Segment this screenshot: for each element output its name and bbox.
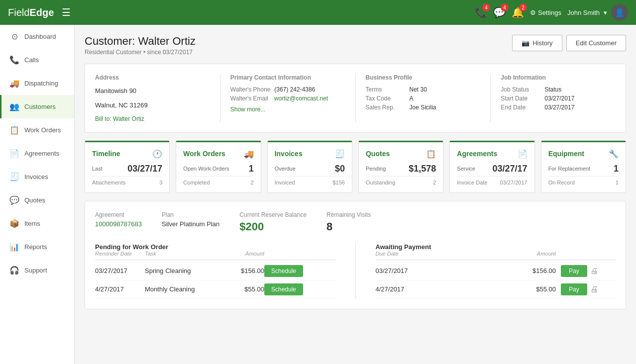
- invoices-card-header: Invoices 🧾: [275, 149, 345, 159]
- main-layout: ⊙ Dashboard 📞 Calls 🚚 Dispatching 👥 Cust…: [0, 25, 636, 364]
- service-label: Service: [457, 166, 475, 172]
- sidebar-item-invoices[interactable]: 🧾 Invoices: [0, 165, 74, 188]
- print-icon-2[interactable]: 🖨: [590, 285, 598, 294]
- sidebar-item-calls[interactable]: 📞 Calls: [0, 48, 74, 72]
- show-more-link[interactable]: Show more...: [230, 106, 345, 113]
- terms-value: Net 30: [410, 86, 427, 93]
- agreement-detail: Agreement 1000098787683 Plan Silver Plat…: [85, 201, 626, 309]
- nav-icons: 📞 4 💬 4 🔔 2 ⚙ Settings John Smith ▾ 👤: [475, 4, 628, 21]
- sidebar-item-dispatching[interactable]: 🚚 Dispatching: [0, 72, 74, 95]
- summary-cards: Timeline 🕐 Last 03/27/17 Attachements 3 …: [85, 141, 626, 193]
- quotes-icon: 📋: [426, 149, 436, 159]
- sidebar-item-label: Calls: [24, 56, 39, 64]
- gear-icon: ⚙: [530, 9, 536, 16]
- sidebar-item-agreements[interactable]: 📄 Agreements: [0, 142, 74, 165]
- agreement-number-value[interactable]: 1000098787683: [95, 220, 142, 228]
- visits-field: Remaining Visits 8: [326, 211, 371, 233]
- timeline-card[interactable]: Timeline 🕐 Last 03/27/17 Attachements 3: [85, 141, 170, 193]
- replacement-value: 1: [614, 164, 619, 174]
- completed-value: 2: [251, 180, 254, 185]
- sidebar: ⊙ Dashboard 📞 Calls 🚚 Dispatching 👥 Cust…: [0, 25, 75, 364]
- start-date-label: Start Date: [501, 95, 540, 102]
- sidebar-item-work-orders[interactable]: 📋 Work Orders: [0, 118, 74, 142]
- schedule-button-2[interactable]: Schedule: [264, 283, 303, 295]
- row1-amount: $156.00: [224, 267, 264, 274]
- settings-button[interactable]: ⚙ Settings: [530, 9, 561, 16]
- print-icon-1[interactable]: 🖨: [590, 267, 598, 275]
- job-status-label: Job Status: [501, 86, 540, 93]
- amount-header: Amount: [224, 251, 264, 257]
- page-title-group: Customer: Walter Ortiz Residential Custo…: [85, 35, 196, 56]
- completed-label: Completed: [183, 180, 210, 185]
- sidebar-item-dashboard[interactable]: ⊙ Dashboard: [0, 25, 74, 48]
- work-orders-card-header: Work Orders 🚚: [183, 149, 253, 159]
- work-orders-card[interactable]: Work Orders 🚚 Open Work Orders 1 Complet…: [176, 141, 261, 193]
- service-value: 03/27/17: [493, 164, 528, 174]
- user-menu[interactable]: John Smith ▾ 👤: [567, 4, 628, 21]
- sidebar-item-items[interactable]: 📦 Items: [0, 212, 74, 235]
- payment-tables: Pending for Work Order Reminder Date Tas…: [95, 243, 616, 299]
- pay-button-1[interactable]: Pay: [561, 265, 587, 277]
- header-actions: 📷 History Edit Customer: [512, 35, 626, 51]
- dashboard-icon: ⊙: [9, 32, 19, 41]
- bell-badge-count: 2: [519, 3, 527, 11]
- phone-badge[interactable]: 📞 4: [475, 6, 487, 18]
- balance-value: $200: [239, 220, 307, 233]
- tax-code-value: A: [410, 95, 414, 102]
- customer-info-card: Address Manitowish 90 Walnut, NC 31269 B…: [85, 64, 626, 133]
- timeline-last-value: 03/27/17: [127, 164, 162, 174]
- quotes-main: Pending $1,578: [366, 164, 436, 174]
- work-orders-sub: Completed 2: [183, 176, 253, 185]
- email-value[interactable]: wortiz@comcast.net: [274, 95, 328, 102]
- quotes-icon: 💬: [9, 195, 19, 205]
- plan-field: Plan Silver Platinum Plan: [162, 211, 219, 233]
- support-icon: 🎧: [9, 266, 19, 275]
- schedule-button-1[interactable]: Schedule: [264, 265, 303, 277]
- equipment-card[interactable]: Equipment 🔧 For Replacement 1 On Record …: [541, 141, 626, 193]
- sidebar-item-quotes[interactable]: 💬 Quotes: [0, 188, 74, 212]
- address-title: Address: [95, 74, 210, 81]
- top-nav: FieldEdge ☰ 📞 4 💬 4 🔔 2 ⚙ Settings John …: [0, 0, 636, 25]
- bell-badge[interactable]: 🔔 2: [512, 6, 524, 18]
- pending-title: Pending for Work Order: [95, 243, 335, 251]
- invoiced-label: Invoiced: [275, 180, 295, 185]
- equipment-title: Equipment: [548, 150, 584, 158]
- history-button[interactable]: 📷 History: [512, 35, 562, 51]
- sidebar-item-reports[interactable]: 📊 Reports: [0, 235, 74, 259]
- pending-table-header: Reminder Date Task Amount: [95, 251, 335, 260]
- contact-section: Primary Contact Information Walter's Pho…: [230, 74, 356, 122]
- quotes-card[interactable]: Quotes 📋 Pending $1,578 Outstanding 2: [358, 141, 443, 193]
- invoices-card[interactable]: Invoices 🧾 Overdue $0 Invoiced $156: [267, 141, 352, 193]
- hamburger-menu[interactable]: ☰: [62, 6, 71, 18]
- overdue-label: Overdue: [275, 166, 296, 172]
- agreement-top-fields: Agreement 1000098787683 Plan Silver Plat…: [95, 211, 616, 233]
- timeline-card-header: Timeline 🕐: [92, 149, 162, 159]
- timeline-sub: Attachements 3: [92, 176, 162, 185]
- pending-work-order-table: Pending for Work Order Reminder Date Tas…: [95, 243, 335, 299]
- sidebar-item-customers[interactable]: 👥 Customers: [0, 95, 74, 118]
- pending-label: Pending: [366, 166, 386, 172]
- sidebar-item-label: Items: [24, 220, 40, 227]
- agreements-card[interactable]: Agreements 📄 Service 03/27/17 Invoice Da…: [449, 141, 534, 193]
- visits-label: Remaining Visits: [326, 211, 371, 218]
- app-logo: FieldEdge: [8, 7, 54, 18]
- pending-value: $1,578: [409, 164, 436, 174]
- address-section: Address Manitowish 90 Walnut, NC 31269 B…: [95, 74, 220, 122]
- sales-rep-label: Sales Rep.: [366, 104, 406, 111]
- pay-row1-actions: Pay 🖨: [561, 265, 616, 277]
- reports-icon: 📊: [9, 242, 19, 252]
- bill-to-link[interactable]: Bill to: Walter Ortiz: [95, 115, 144, 122]
- equipment-sub: On Record 1: [548, 176, 619, 185]
- dispatching-icon: 🚚: [9, 79, 19, 88]
- chat-badge[interactable]: 💬 4: [493, 6, 506, 18]
- business-title: Business Profile: [366, 74, 481, 81]
- row2-date: 4/27/2017: [95, 285, 145, 293]
- page-subtitle: Residential Customer • since 03/27/2017: [85, 49, 196, 56]
- edit-customer-button[interactable]: Edit Customer: [566, 35, 626, 51]
- open-label: Open Work Orders: [183, 166, 229, 172]
- due-date-header: Due Date: [376, 251, 435, 257]
- balance-field: Current Reserve Balance $200: [239, 211, 307, 233]
- sidebar-item-support[interactable]: 🎧 Support: [0, 259, 74, 282]
- pay-button-2[interactable]: Pay: [561, 283, 587, 295]
- end-date-value: 03/27/2017: [544, 104, 574, 111]
